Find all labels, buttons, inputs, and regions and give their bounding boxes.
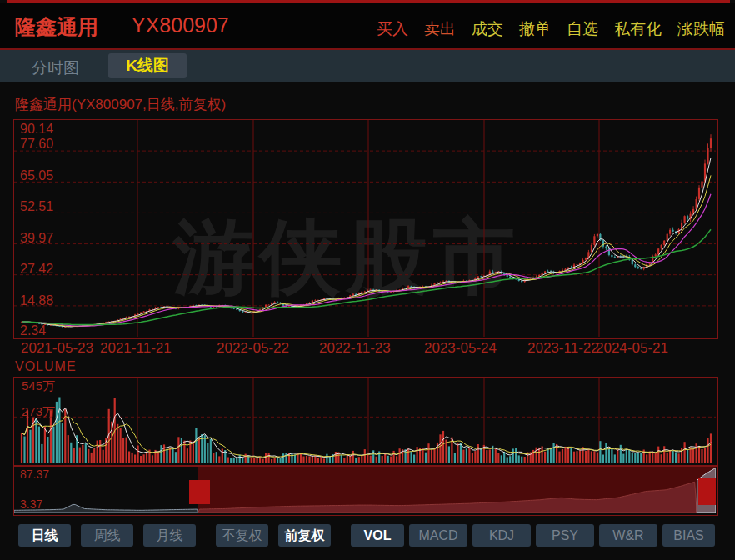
button-fwd-adjust[interactable]: 前复权 — [278, 524, 331, 547]
stock-code: YX800907 — [132, 13, 229, 38]
tab-kline-chart[interactable]: K线图 — [108, 53, 187, 78]
x-axis-tick: 2023-11-22 — [528, 340, 599, 357]
y-axis-tick: 65.05 — [20, 168, 53, 183]
button-weekly[interactable]: 周线 — [81, 524, 133, 547]
x-axis-tick: 2022-11-23 — [319, 340, 391, 357]
volume-tick: 545万 — [22, 378, 55, 394]
button-monthly[interactable]: 月线 — [143, 524, 196, 547]
volume-chart-panel[interactable] — [13, 377, 718, 466]
x-axis-labels: 2021-05-23 2021-11-21 2022-05-22 2022-11… — [0, 340, 735, 358]
chart-tab-bar: 分时图 K线图 — [0, 50, 735, 82]
trading-app-window: 隆鑫通用 YX800907 买入 卖出 成交 撤单 自选 私有化 涨跌幅 分时图… — [0, 0, 735, 560]
volume-chart-svg[interactable] — [14, 378, 716, 463]
navigator-max-label: 87.37 — [20, 468, 49, 481]
kline-chart-svg[interactable] — [14, 120, 716, 337]
y-axis-tick: 2.34 — [20, 323, 46, 338]
stock-name: 隆鑫通用 — [15, 13, 98, 41]
x-axis-tick: 2022-05-22 — [217, 340, 289, 357]
button-kdj[interactable]: KDJ — [472, 524, 531, 547]
bottom-toolbar: 日线 周线 月线 不复权 前复权 VOL MACD KDJ PSY W&R BI… — [18, 524, 715, 547]
main-menu: 买入 卖出 成交 撤单 自选 私有化 涨跌幅 — [377, 18, 725, 40]
button-vol[interactable]: VOL — [351, 524, 404, 547]
y-axis-tick: 52.51 — [20, 199, 53, 214]
range-navigator-svg[interactable] — [14, 467, 716, 513]
button-macd[interactable]: MACD — [409, 524, 468, 547]
menu-item-privatize[interactable]: 私有化 — [614, 18, 662, 40]
button-no-adjust[interactable]: 不复权 — [216, 524, 268, 547]
menu-item-sell[interactable]: 卖出 — [424, 18, 456, 40]
button-daily[interactable]: 日线 — [18, 524, 71, 547]
y-axis-tick: 14.88 — [20, 293, 53, 308]
y-axis-tick: 27.42 — [20, 262, 53, 277]
menu-item-buy[interactable]: 买入 — [377, 18, 408, 40]
volume-pane-title: VOLUME — [15, 359, 77, 374]
x-axis-tick: 2023-05-24 — [424, 340, 497, 357]
chart-title: 隆鑫通用(YX800907,日线,前复权) — [15, 95, 226, 114]
menu-item-change-pct[interactable]: 涨跌幅 — [678, 18, 725, 40]
volume-tick: 273万 — [22, 404, 55, 420]
y-axis-tick: 77.60 — [20, 137, 53, 152]
header-bar: 隆鑫通用 YX800907 买入 卖出 成交 撤单 自选 私有化 涨跌幅 — [0, 3, 735, 48]
navigator-min-label: 3.37 — [20, 498, 42, 511]
button-wr[interactable]: W&R — [599, 524, 658, 547]
kline-chart-panel[interactable] — [13, 119, 718, 339]
button-bias[interactable]: BIAS — [662, 524, 715, 547]
menu-item-cancel[interactable]: 撤单 — [519, 18, 551, 40]
menu-item-watchlist[interactable]: 自选 — [567, 18, 598, 40]
x-axis-tick: 2021-05-23 — [21, 340, 93, 357]
x-axis-tick: 2021-11-21 — [100, 340, 172, 357]
button-psy[interactable]: PSY — [536, 524, 594, 547]
menu-item-trades[interactable]: 成交 — [472, 18, 503, 40]
y-axis-tick: 39.97 — [20, 231, 53, 246]
x-axis-tick: 2024-05-21 — [596, 340, 668, 357]
tab-time-chart[interactable]: 分时图 — [32, 58, 79, 79]
y-axis-tick: 90.14 — [20, 122, 53, 137]
range-navigator-panel[interactable] — [13, 466, 718, 516]
